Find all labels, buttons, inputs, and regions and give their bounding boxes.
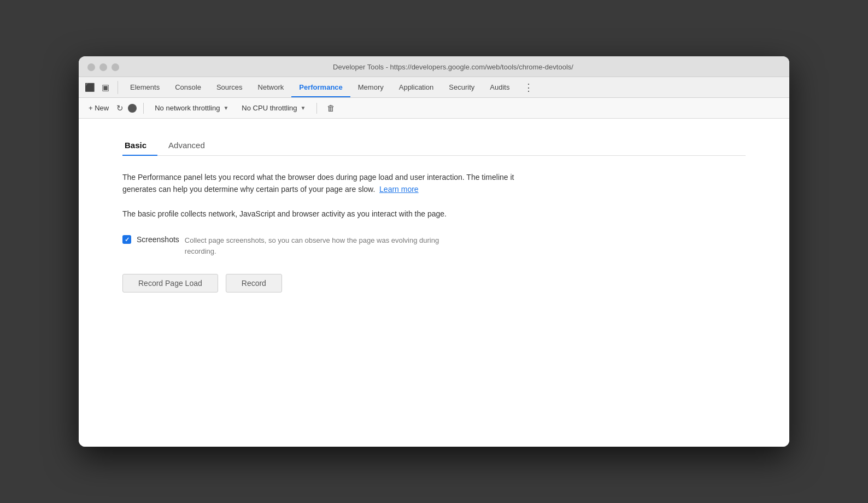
main-tabs: Elements Console Sources Network Perform…: [122, 77, 538, 97]
sub-tabs: Basic Advanced: [122, 135, 746, 156]
title-bar: Developer Tools - https://developers.goo…: [79, 56, 789, 77]
screenshots-label: Screenshots: [137, 235, 179, 244]
tab-network[interactable]: Network: [250, 77, 292, 97]
maximize-button[interactable]: [112, 63, 119, 71]
tab-application[interactable]: Application: [391, 77, 442, 97]
record-button-main[interactable]: Record: [226, 274, 282, 293]
cpu-throttle-dropdown[interactable]: No CPU throttling ▼: [237, 102, 310, 114]
tab-audits[interactable]: Audits: [482, 77, 517, 97]
cursor-icon[interactable]: ⬛: [83, 81, 97, 94]
tab-console[interactable]: Console: [167, 77, 209, 97]
screenshots-row: Screenshots Collect page screenshots, so…: [122, 235, 746, 256]
separator-2: [316, 103, 317, 114]
tab-bar: ⬛ ▣ Elements Console Sources Network Per…: [79, 77, 789, 98]
subtab-advanced[interactable]: Advanced: [166, 135, 216, 155]
device-icon[interactable]: ▣: [100, 81, 111, 94]
screenshots-checkbox[interactable]: [122, 235, 131, 244]
tab-security[interactable]: Security: [441, 77, 482, 97]
devtools-window: Developer Tools - https://developers.goo…: [79, 56, 789, 447]
more-tabs-icon[interactable]: ⋮: [519, 81, 538, 93]
description-1: The Performance panel lets you record wh…: [122, 171, 549, 196]
minimize-button[interactable]: [99, 63, 107, 71]
network-throttle-dropdown[interactable]: No network throttling ▼: [150, 102, 233, 114]
learn-more-link[interactable]: Learn more: [379, 185, 419, 194]
content-inner: Basic Advanced The Performance panel let…: [79, 119, 789, 314]
action-buttons: Record Page Load Record: [122, 274, 746, 293]
separator-1: [143, 103, 144, 114]
main-content: Basic Advanced The Performance panel let…: [79, 119, 789, 447]
description-2: The basic profile collects network, Java…: [122, 208, 549, 220]
screenshots-description: Collect page screenshots, so you can obs…: [185, 235, 447, 256]
toolbar: + New ↻ No network throttling ▼ No CPU t…: [79, 98, 789, 119]
clear-icon[interactable]: 🗑: [324, 102, 338, 114]
new-button[interactable]: + New: [85, 102, 112, 114]
close-button[interactable]: [87, 63, 95, 71]
subtab-basic[interactable]: Basic: [122, 135, 157, 155]
tab-sources[interactable]: Sources: [209, 77, 250, 97]
network-throttle-arrow: ▼: [223, 105, 228, 111]
record-page-load-button[interactable]: Record Page Load: [122, 274, 218, 293]
tool-icons: ⬛ ▣: [83, 81, 118, 94]
cpu-throttle-arrow: ▼: [301, 105, 306, 111]
tab-performance[interactable]: Performance: [291, 77, 350, 97]
reload-icon[interactable]: ↻: [116, 103, 124, 113]
traffic-lights: [87, 63, 119, 71]
record-button[interactable]: [128, 104, 137, 113]
window-title: Developer Tools - https://developers.goo…: [126, 63, 781, 71]
tab-elements[interactable]: Elements: [122, 77, 167, 97]
tab-memory[interactable]: Memory: [350, 77, 391, 97]
